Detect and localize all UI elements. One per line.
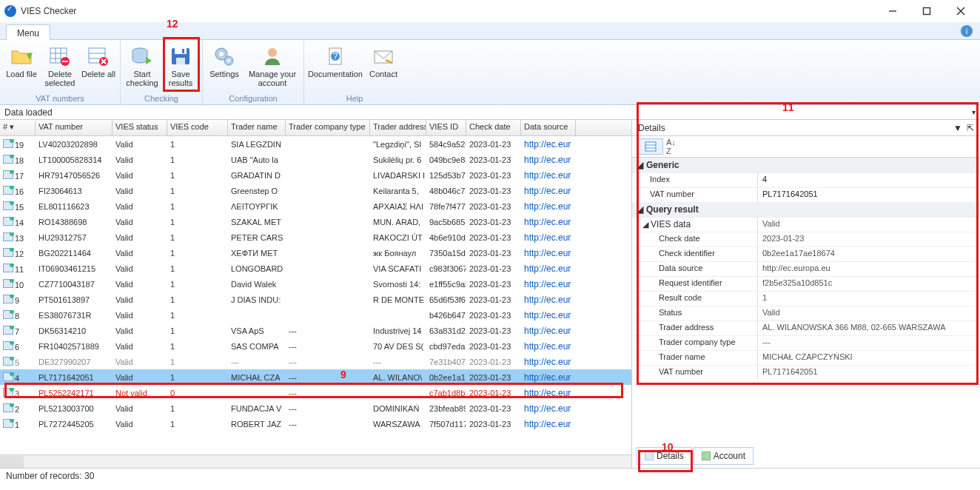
help-icon[interactable]: i [961, 25, 973, 37]
tab-account[interactable]: Account [694, 447, 754, 465]
source-link[interactable]: http://ec.eur [524, 357, 571, 367]
table-row[interactable]: 16FI23064613Valid1Greenstep OKeilaranta … [0, 183, 631, 198]
details-title: Details [638, 123, 665, 133]
source-link[interactable]: http://ec.eur [524, 295, 571, 305]
source-link[interactable]: http://ec.eur [524, 170, 571, 181]
column-header[interactable]: VAT number [36, 120, 113, 135]
delete-all-button[interactable]: Delete all [81, 43, 115, 87]
contact-button[interactable]: Contact [366, 43, 400, 78]
delete-selected-button[interactable]: Delete selected [43, 43, 77, 87]
row-icon [3, 372, 13, 381]
window-title: VIES Checker [21, 6, 882, 16]
table-row[interactable]: 11IT06903461215Valid1LONGOBARDVIA SCAFAT… [0, 261, 631, 276]
documentation-button[interactable]: ? Documentation [309, 43, 362, 78]
dropdown-icon[interactable]: ▼ [953, 123, 962, 133]
source-link[interactable]: http://ec.eur [524, 139, 571, 150]
row-icon [3, 248, 13, 257]
row-icon [3, 264, 13, 272]
column-header[interactable]: Trader name [228, 120, 286, 135]
source-link[interactable]: http://ec.eur [524, 326, 571, 336]
details-header: Details ▼⇱ [632, 120, 980, 136]
category-generic[interactable]: ◢Generic [632, 158, 980, 172]
row-icon [3, 186, 13, 195]
grid-body[interactable]: 19LV40203202898Valid1SIA LEGZDIN"Legzdiņ… [0, 136, 631, 454]
table-row[interactable]: 18LT100005828314Valid1UAB "Auto laSukilė… [0, 152, 631, 167]
load-file-button[interactable]: Load file [4, 43, 38, 87]
svg-rect-36 [645, 452, 654, 460]
group-label: Help [346, 94, 363, 104]
collapse-icon[interactable]: ◢ [637, 204, 643, 215]
table-row[interactable]: 12BG202211464Valid1ХЕФТИ МЕТжк Боянаул73… [0, 245, 631, 261]
folder-icon [10, 44, 33, 68]
group-label: VAT numbers [36, 94, 84, 104]
table-row[interactable]: 19LV40203202898Valid1SIA LEGZDIN"Legzdiņ… [0, 136, 631, 152]
grid-header[interactable]: # ▾VAT numberVIES statusVIES codeTrader … [0, 120, 631, 136]
manage-account-button[interactable]: Manage your account [246, 43, 299, 87]
column-header[interactable]: VIES ID [426, 120, 466, 135]
table-row[interactable]: 9PT501613897Valid1J DIAS INDU:R DE MONTE… [0, 292, 631, 307]
svg-point-27 [268, 48, 277, 57]
table-row[interactable]: 5DE327990207Valid1---------7e31b40753202… [0, 354, 631, 369]
source-link[interactable]: http://ec.eur [524, 372, 571, 383]
results-grid: # ▾VAT numberVIES statusVIES codeTrader … [0, 120, 632, 468]
table-row[interactable]: 3PL5252242171Not valid0---c7ab1d8ba32023… [0, 385, 631, 400]
title-bar: VIES Checker [0, 0, 980, 22]
callout-10: 10 [662, 441, 674, 453]
status-bar: Number of records: 30 [0, 468, 980, 484]
source-link[interactable]: http://ec.eur [524, 248, 571, 258]
column-header[interactable]: Data source [521, 120, 576, 135]
column-header[interactable]: VIES code [167, 120, 228, 135]
source-link[interactable]: http://ec.eur [524, 279, 571, 289]
source-link[interactable]: http://ec.eur [524, 388, 571, 398]
column-header[interactable]: VIES status [113, 120, 167, 135]
dropdown-icon[interactable]: ▾ [972, 108, 976, 116]
table-row[interactable]: 14RO14388698Valid1SZAKAL METMUN. ARAD,9a… [0, 214, 631, 229]
svg-point-24 [219, 52, 224, 56]
pin-icon[interactable]: ⇱ [967, 123, 974, 133]
table-row[interactable]: 1PL7272445205Valid1ROBERT JAZ---WARSZAWA… [0, 416, 631, 432]
source-link[interactable]: http://ec.eur [524, 341, 571, 352]
row-icon [3, 279, 13, 288]
property-grid[interactable]: ◢Generic Index4 VAT numberPL7171642051 ◢… [632, 157, 980, 380]
source-link[interactable]: http://ec.eur [524, 186, 571, 196]
start-checking-button[interactable]: Start checking [125, 43, 159, 87]
table-row[interactable]: 4PL7171642051Valid1MICHAŁ CZA---AL. WILA… [0, 369, 631, 385]
table-row[interactable]: 17HR79147056526Valid1GRADATIN DLIVADARSK… [0, 167, 631, 183]
table-row[interactable]: 7DK56314210Valid1VSA ApS---Industrivej 1… [0, 323, 631, 338]
svg-rect-20 [175, 48, 187, 54]
collapse-icon[interactable]: ◢ [637, 160, 643, 170]
row-icon [3, 388, 13, 397]
source-link[interactable]: http://ec.eur [524, 201, 571, 212]
row-icon [3, 419, 13, 428]
source-link[interactable]: http://ec.eur [524, 264, 571, 274]
source-link[interactable]: http://ec.eur [524, 155, 571, 165]
sort-button[interactable]: A↓Z [666, 138, 676, 155]
source-link[interactable]: http://ec.eur [524, 403, 571, 414]
close-button[interactable] [950, 4, 971, 19]
maximize-button[interactable] [916, 4, 937, 19]
column-header[interactable]: Trader company type [286, 120, 370, 135]
table-row[interactable]: 8ES38076731RValid1b426b647722023-01-23ht… [0, 307, 631, 323]
table-row[interactable]: 15EL801116623Valid1ΛΕΙΤΟΥΡΓΙΚΑΡΧΑΙΑΣ ΗΛΙ… [0, 198, 631, 214]
table-row[interactable]: 2PL5213003700Valid1FUNDACJA V---DOMINIKA… [0, 400, 631, 416]
tab-menu[interactable]: Menu [6, 24, 50, 40]
source-link[interactable]: http://ec.eur [524, 232, 571, 243]
minimize-button[interactable] [882, 4, 903, 19]
source-link[interactable]: http://ec.eur [524, 310, 571, 320]
save-icon [169, 44, 192, 68]
category-query[interactable]: ◢Query result [632, 202, 980, 217]
categorize-button[interactable] [638, 138, 663, 155]
source-link[interactable]: http://ec.eur [524, 419, 571, 429]
table-row[interactable]: 10CZ7710043187Valid1David WalekSvornosti… [0, 276, 631, 292]
horizontal-scrollbar[interactable] [0, 454, 631, 468]
source-link[interactable]: http://ec.eur [524, 217, 571, 227]
column-header[interactable]: Check date [466, 120, 521, 135]
svg-rect-1 [924, 8, 930, 15]
svg-point-26 [227, 59, 230, 62]
save-results-button[interactable]: Save results [164, 43, 198, 87]
settings-button[interactable]: Settings [207, 43, 241, 87]
column-header[interactable]: Trader address [370, 120, 426, 135]
column-header[interactable]: # ▾ [0, 120, 36, 135]
table-row[interactable]: 6FR10402571889Valid1SAS COMPA---70 AV DE… [0, 338, 631, 354]
table-row[interactable]: 13HU29312757Valid1PETER CARSRAKOCZI ÚT4b… [0, 229, 631, 245]
